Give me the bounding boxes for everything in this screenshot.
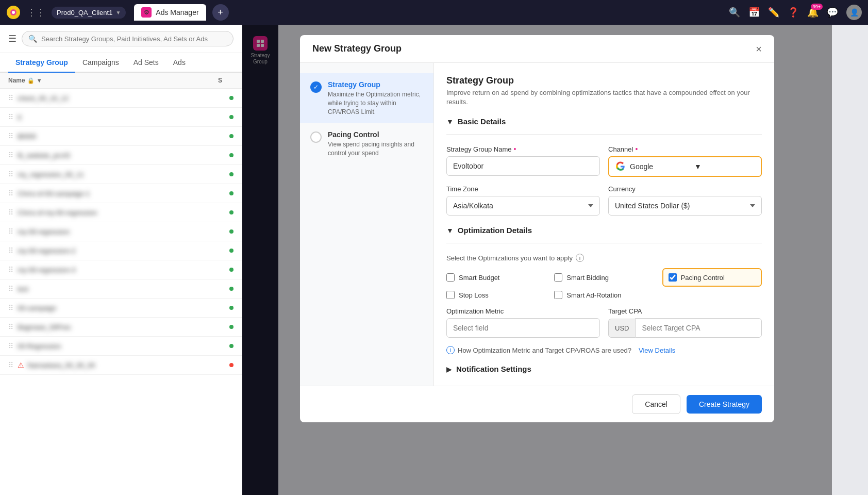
- channel-select-wrapper[interactable]: Google ▼: [608, 156, 762, 177]
- drag-handle-icon[interactable]: ⠿: [8, 246, 13, 255]
- view-details-link[interactable]: View Details: [639, 346, 675, 354]
- search-box[interactable]: 🔍: [22, 31, 233, 46]
- hamburger-icon[interactable]: ☰: [8, 33, 16, 44]
- timezone-select[interactable]: Asia/Kolkata: [446, 196, 600, 216]
- stop-loss-checkbox[interactable]: Stop Loss: [446, 291, 546, 299]
- smart-budget-checkbox[interactable]: Smart Budget: [446, 273, 546, 282]
- modal-overlay: New Strategy Group × ✓ Strategy Group Ma…: [242, 25, 832, 495]
- drag-handle-icon[interactable]: ⠿: [8, 94, 13, 102]
- table-row[interactable]: ⠿ 00-Regression: [0, 337, 242, 356]
- drag-handle-icon[interactable]: ⠿: [8, 361, 13, 369]
- table-row[interactable]: ⠿ test: [0, 279, 242, 299]
- drag-handle-icon[interactable]: ⠿: [8, 323, 13, 331]
- drag-handle-icon[interactable]: ⠿: [8, 285, 13, 293]
- smart-bidding-checkbox[interactable]: Smart Bidding: [554, 273, 654, 282]
- cancel-button[interactable]: Cancel: [632, 394, 680, 414]
- account-chevron-icon: ▼: [115, 10, 121, 15]
- pacing-control-input[interactable]: [669, 273, 677, 282]
- help-icon[interactable]: ❓: [788, 7, 799, 18]
- form-row-1: Strategy Group Name • Channel •: [446, 145, 762, 177]
- table-row[interactable]: ⠿ Chms-of-my-00-regression: [0, 203, 242, 222]
- drag-handle-icon[interactable]: ⠿: [8, 132, 13, 140]
- user-avatar[interactable]: 👤: [846, 5, 862, 20]
- drag-handle-icon[interactable]: ⠿: [8, 304, 13, 312]
- left-panel: ☰ 🔍 Strategy Group Campaigns Ad Sets Ads…: [0, 25, 242, 495]
- info-icon[interactable]: i: [576, 254, 584, 262]
- stop-loss-label: Stop Loss: [459, 291, 489, 299]
- optimization-details-header[interactable]: ▼ Optimization Details: [446, 226, 762, 235]
- sort-arrow-icon[interactable]: ▼: [37, 77, 42, 84]
- ads-manager-tab[interactable]: ⚙ Ads Manager: [134, 4, 206, 21]
- modal-steps: ✓ Strategy Group Maximize the Optimizati…: [300, 63, 434, 386]
- drag-handle-icon[interactable]: ⠿: [8, 113, 13, 121]
- sort-lock-icon[interactable]: 🔒: [27, 77, 35, 84]
- target-cpa-label: Target CPA: [608, 307, 762, 315]
- channel-label: Channel •: [608, 145, 762, 153]
- table-row[interactable]: ⠿ my_regression_00_11: [0, 165, 242, 184]
- tab-ad-sets[interactable]: Ad Sets: [126, 53, 166, 73]
- drag-handle-icon[interactable]: ⠿: [8, 189, 13, 197]
- optimization-metric-input[interactable]: [446, 318, 600, 338]
- drag-handle-icon[interactable]: ⠿: [8, 208, 13, 217]
- search-input[interactable]: [41, 35, 227, 43]
- topbar-actions: 🔍 📅 ✏️ ❓ 🔔 99+ 💬 👤: [729, 5, 862, 20]
- status-dot: [229, 153, 233, 157]
- calendar-icon[interactable]: 📅: [748, 7, 760, 18]
- table-row[interactable]: ⠿ my-00-regression-3: [0, 260, 242, 279]
- channel-value: Google: [630, 162, 690, 171]
- search-icon[interactable]: 🔍: [729, 7, 740, 18]
- table-row[interactable]: ⠿ check_00_10_12: [0, 89, 242, 108]
- smart-bidding-input[interactable]: [554, 273, 562, 282]
- status-dot: [229, 134, 233, 138]
- warning-icon: ⚠: [18, 361, 24, 369]
- column-name-header: Name 🔒 ▼: [8, 77, 218, 84]
- tab-ads[interactable]: Ads: [166, 53, 193, 73]
- row-name: 00-Regression: [18, 342, 229, 350]
- stop-loss-input[interactable]: [446, 291, 455, 299]
- drag-handle-icon[interactable]: ⠿: [8, 151, 13, 159]
- channel-select[interactable]: Google ▼: [609, 157, 761, 176]
- grid-icon[interactable]: ⋮⋮: [27, 7, 45, 18]
- drag-handle-icon[interactable]: ⠿: [8, 170, 13, 178]
- smart-ad-rotation-input[interactable]: [554, 291, 562, 299]
- target-cpa-wrapper: USD: [608, 318, 762, 338]
- drag-handle-icon[interactable]: ⠿: [8, 342, 13, 350]
- notification-settings-section[interactable]: ▶ Notification Settings: [446, 365, 762, 373]
- step-pacing-control[interactable]: Pacing Control View spend pacing insight…: [300, 123, 433, 165]
- table-row[interactable]: ⠿ 00-campaign: [0, 299, 242, 318]
- help-text: How Optimization Metric and Target CPA/R…: [458, 346, 631, 354]
- ads-manager-icon: ⚙: [141, 7, 152, 18]
- row-name: 00-campaign: [18, 304, 229, 312]
- table-row[interactable]: ⠿ my-00-regression: [0, 222, 242, 241]
- table-row[interactable]: ⠿ Chms-of-00-campaign-1: [0, 184, 242, 203]
- basic-details-header[interactable]: ▼ Basic Details: [446, 117, 762, 126]
- target-cpa-input[interactable]: [635, 318, 762, 338]
- step-strategy-group[interactable]: ✓ Strategy Group Maximize the Optimizati…: [300, 73, 433, 123]
- step-title-strategy-group: Strategy Group: [328, 80, 423, 89]
- account-switcher[interactable]: Prod0_QA_Client1 ▼: [52, 7, 126, 19]
- add-tab-button[interactable]: +: [212, 4, 229, 21]
- tab-strategy-group[interactable]: Strategy Group: [8, 53, 75, 73]
- create-strategy-button[interactable]: Create Strategy: [687, 395, 762, 414]
- modal-close-button[interactable]: ×: [756, 44, 762, 54]
- notification-area[interactable]: 🔔 99+: [807, 7, 819, 18]
- table-row[interactable]: ⠿ ⚠ Namaskara_00_00_00: [0, 356, 242, 375]
- table-row[interactable]: ⠿ tt: [0, 108, 242, 127]
- target-cpa-group: Target CPA USD: [608, 307, 762, 338]
- smart-ad-rotation-checkbox[interactable]: Smart Ad-Rotation: [554, 291, 654, 299]
- drag-handle-icon[interactable]: ⠿: [8, 266, 13, 274]
- currency-select[interactable]: United States Dollar ($): [608, 196, 762, 216]
- smart-budget-input[interactable]: [446, 273, 455, 282]
- table-row[interactable]: ⠿ $0000: [0, 127, 242, 146]
- strategy-group-name-input[interactable]: [446, 156, 600, 176]
- edit-icon[interactable]: ✏️: [768, 7, 779, 18]
- pacing-control-checkbox[interactable]: Pacing Control: [662, 268, 762, 287]
- table-row[interactable]: ⠿ Bagmase_00Pres: [0, 318, 242, 337]
- usd-prefix-label: USD: [608, 319, 635, 338]
- table-row[interactable]: ⠿ fb_webiste_prc43: [0, 146, 242, 165]
- drag-handle-icon[interactable]: ⠿: [8, 227, 13, 236]
- pacing-control-label: Pacing Control: [681, 274, 725, 282]
- table-row[interactable]: ⠿ my-00-regression-2: [0, 241, 242, 260]
- tab-campaigns[interactable]: Campaigns: [75, 53, 126, 73]
- chat-icon[interactable]: 💬: [827, 7, 838, 18]
